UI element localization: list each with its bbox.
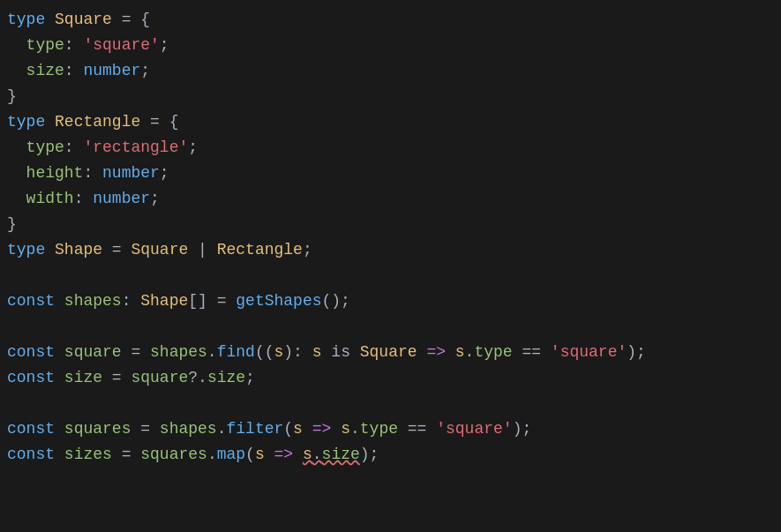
arrow-2: =>	[312, 416, 332, 442]
code-editor: type Square = { type : 'square' ; size :…	[0, 0, 781, 532]
code-line-16	[0, 391, 781, 416]
var-sizes: sizes	[64, 442, 112, 468]
arrow-3: =>	[274, 442, 294, 468]
keyword-const-5: const	[7, 442, 55, 468]
type-shape-arr: Shape	[140, 288, 188, 314]
code-line-2: type : 'square' ;	[0, 33, 781, 58]
ref-s-type-filter: s	[341, 416, 350, 442]
str-square: 'square'	[83, 33, 159, 58]
ref-squares-map: squares	[140, 442, 207, 468]
code-line-14: const square = shapes . find (( s ): s i…	[0, 340, 781, 365]
code-line-13	[0, 314, 781, 340]
code-line-7: height : number ;	[0, 161, 781, 186]
squiggle-s-size: s.size	[303, 442, 360, 468]
ref-shapes-filter: shapes	[160, 416, 217, 442]
var-squares: squares	[64, 416, 131, 442]
keyword-type: type	[7, 7, 45, 33]
param-s-filter: s	[293, 416, 303, 442]
code-line-3: size : number ;	[0, 58, 781, 84]
prop-width: width	[26, 186, 74, 212]
method-filter: filter	[226, 416, 283, 442]
var-shapes: shapes	[64, 288, 122, 314]
keyword-type-2: type	[7, 109, 45, 135]
fn-getshapes: getShapes	[236, 288, 321, 314]
kw-number-2: number	[102, 161, 160, 186]
code-line-12: const shapes : Shape [] = getShapes ();	[0, 288, 781, 314]
prop-size-access: size	[207, 365, 245, 391]
var-size: size	[64, 365, 102, 391]
type-square-guard: Square	[360, 340, 417, 365]
type-square-ref: Square	[131, 237, 188, 263]
code-line-18: const sizes = squares . map ( s => s.siz…	[0, 442, 781, 468]
str-square-filter: 'square'	[436, 416, 512, 442]
code-line-11	[0, 263, 781, 288]
keyword-const: const	[7, 288, 55, 314]
method-map: map	[217, 442, 245, 468]
prop-type: type	[26, 33, 64, 58]
param-s-map: s	[255, 442, 265, 468]
keyword-const-4: const	[7, 416, 55, 442]
prop-height: height	[26, 161, 84, 186]
code-line-9: }	[0, 212, 781, 237]
prop-type-access: type	[474, 340, 512, 365]
keyword-const-3: const	[7, 365, 55, 391]
prop-size: size	[26, 58, 64, 84]
ref-s-type: s	[455, 340, 465, 365]
str-square-2: 'square'	[551, 340, 627, 365]
var-square: square	[64, 340, 122, 365]
code-line-4: }	[0, 84, 781, 109]
kw-number: number	[83, 58, 140, 84]
ref-shapes-find: shapes	[150, 340, 207, 365]
prop-type-rect: type	[26, 135, 64, 161]
keyword-type-3: type	[7, 237, 45, 263]
type-rectangle-name: Rectangle	[55, 109, 140, 135]
kw-number-3: number	[93, 186, 150, 212]
keyword-const-2: const	[7, 340, 55, 365]
code-line-1: type Square = {	[0, 7, 781, 33]
param-s: s	[274, 340, 284, 365]
code-line-5: type Rectangle = {	[0, 109, 781, 135]
code-line-17: const squares = shapes . filter ( s => s…	[0, 416, 781, 442]
param-s-2: s	[312, 340, 322, 365]
method-find: find	[217, 340, 255, 365]
str-rectangle: 'rectangle'	[83, 135, 188, 161]
type-shape-name: Shape	[55, 237, 102, 263]
arrow-1: =>	[426, 340, 446, 365]
code-line-8: width : number ;	[0, 186, 781, 212]
code-line-10: type Shape = Square | Rectangle ;	[0, 237, 781, 263]
code-line-6: type : 'rectangle' ;	[0, 135, 781, 161]
type-square-name: Square	[55, 7, 112, 33]
prop-type-filter: type	[360, 416, 398, 442]
code-line-15: const size = square ?. size ;	[0, 365, 781, 391]
ref-square-optional: square	[131, 365, 188, 391]
type-rectangle-ref: Rectangle	[217, 237, 303, 263]
